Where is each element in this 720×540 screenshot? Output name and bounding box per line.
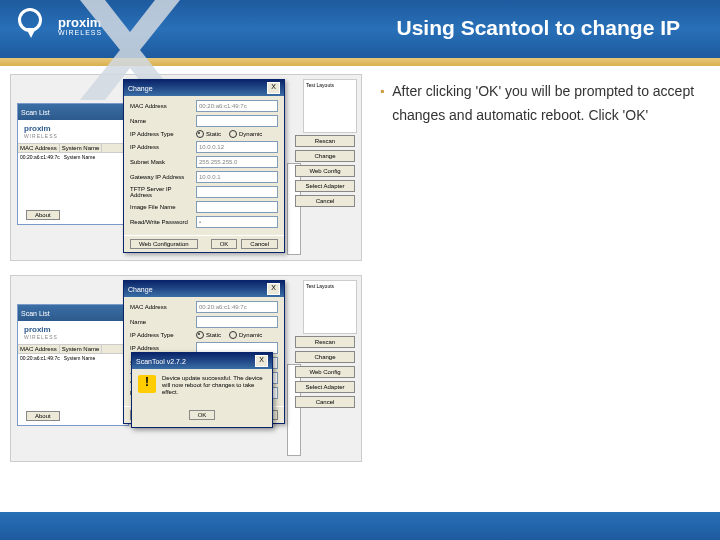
screenshot-bottom: Test Layouts Scan List proxim WIRELESS M… [10,275,362,462]
label-name: Name [130,319,192,325]
test-layouts-panel: Test Layouts [303,280,357,334]
ip-type-radios: Static Dynamic [196,130,262,138]
change-button[interactable]: Change [295,351,355,363]
close-icon[interactable]: X [267,82,280,94]
radio-dynamic[interactable]: Dynamic [229,331,262,339]
radio-dynamic[interactable]: Dynamic [229,130,262,138]
label-iptype: IP Address Type [130,332,192,338]
scan-table: MAC Address System Name 00:20:a6:c1:49:7… [18,344,128,362]
change-dialog: Change X MAC Address00:20:a6:c1:49:7c Na… [123,79,285,253]
slide-title: Using Scantool to change IP [396,16,680,40]
test-layouts-panel: Test Layouts [303,79,357,133]
col-name: System Name [60,144,103,152]
about-button[interactable]: About [26,210,60,220]
scan-logo-brand: proxim [24,124,122,133]
image-field[interactable] [196,201,278,213]
name-field[interactable] [196,115,278,127]
change-dialog-buttons: Web Configuration OK Cancel [124,235,284,252]
bullet-item: After clicking 'OK' you will be prompted… [380,80,700,128]
warning-icon [138,375,156,393]
label-pw: Read/Write Password [130,219,192,225]
logo-mark-icon [10,8,52,44]
cancel-button[interactable]: Cancel [295,195,355,207]
scan-table-header: MAC Address System Name [18,144,128,153]
radio-dot-icon [229,130,237,138]
web-config-button[interactable]: Web Config [295,165,355,177]
slide-content: Test Layouts Scan List proxim WIRELESS M… [0,66,720,510]
col-name: System Name [60,345,103,353]
scan-list-titlebar: Scan List [18,305,128,321]
change-dialog-title: Change [128,85,153,92]
change-dialog-body: MAC Address00:20:a6:c1:49:7c Name IP Add… [124,96,284,235]
side-buttons: Rescan Change Web Config Select Adapter … [295,135,355,207]
label-tftp: TFTP Server IP Address [130,186,192,198]
close-icon[interactable]: X [267,283,280,295]
mac-field[interactable]: 00:20:a6:c1:49:7c [196,301,278,313]
message-box-title: ScanTool v2.7.2 [136,358,186,365]
side-buttons: Rescan Change Web Config Select Adapter … [295,336,355,408]
screenshot-top: Test Layouts Scan List proxim WIRELESS M… [10,74,362,261]
web-config-button[interactable]: Web Config [295,366,355,378]
scan-list-title: Scan List [21,109,50,116]
label-name: Name [130,118,192,124]
mac-field[interactable]: 00:20:a6:c1:49:7c [196,100,278,112]
radio-dot-icon [196,331,204,339]
reboot-message-box: ScanTool v2.7.2 X Device update successf… [131,352,273,428]
name-field[interactable] [196,316,278,328]
label-gateway: Gateway IP Address [130,174,192,180]
cell-name: System Name [64,355,95,361]
close-icon[interactable]: X [255,355,268,367]
tftp-field[interactable] [196,186,278,198]
label-iptype: IP Address Type [130,131,192,137]
ip-type-radios: Static Dynamic [196,331,262,339]
radio-static[interactable]: Static [196,130,221,138]
scan-logo-sub: WIRELESS [24,334,122,340]
label-subnet: Subnet Mask [130,159,192,165]
subnet-field[interactable]: 255.255.255.0 [196,156,278,168]
about-button[interactable]: About [26,411,60,421]
web-config-button[interactable]: Web Configuration [130,239,198,249]
cell-mac: 00:20:a6:c1:49:7c [20,154,60,160]
table-row[interactable]: 00:20:a6:c1:49:7c System Name [18,153,128,161]
change-dialog-titlebar: Change X [124,80,284,96]
cell-name: System Name [64,154,95,160]
bullet-text: After clicking 'OK' you will be prompted… [392,80,700,128]
ok-button[interactable]: OK [189,410,216,420]
radio-static[interactable]: Static [196,331,221,339]
label-image: Image File Name [130,204,192,210]
text-column: After clicking 'OK' you will be prompted… [380,80,700,128]
password-field[interactable]: • [196,216,278,228]
gateway-field[interactable]: 10.0.0.1 [196,171,278,183]
label-ip: IP Address [130,345,192,351]
ok-button[interactable]: OK [211,239,238,249]
cancel-button[interactable]: Cancel [295,396,355,408]
radio-dot-icon [229,331,237,339]
message-box-text: Device update successful. The device wil… [162,375,266,397]
scan-table: MAC Address System Name 00:20:a6:c1:49:7… [18,143,128,161]
scan-logo-brand: proxim [24,325,122,334]
ip-field[interactable]: 10.0.0.12 [196,141,278,153]
message-box-titlebar: ScanTool v2.7.2 X [132,353,272,369]
rescan-button[interactable]: Rescan [295,135,355,147]
select-adapter-button[interactable]: Select Adapter [295,381,355,393]
change-dialog-title: Change [128,286,153,293]
message-box-body: Device update successful. The device wil… [132,369,272,403]
radio-dot-icon [196,130,204,138]
cancel-button[interactable]: Cancel [241,239,278,249]
rescan-button[interactable]: Rescan [295,336,355,348]
message-box-buttons: OK [132,403,272,427]
slide-footer [0,512,720,540]
slide-header: proxim WIRELESS Using Scantool to change… [0,0,720,58]
change-button[interactable]: Change [295,150,355,162]
col-mac: MAC Address [18,345,60,353]
label-mac: MAC Address [130,103,192,109]
scan-list-window: Scan List proxim WIRELESS MAC Address Sy… [17,304,129,426]
cell-mac: 00:20:a6:c1:49:7c [20,355,60,361]
screenshots-column: Test Layouts Scan List proxim WIRELESS M… [10,74,350,476]
select-adapter-button[interactable]: Select Adapter [295,180,355,192]
table-row[interactable]: 00:20:a6:c1:49:7c System Name [18,354,128,362]
scan-logo: proxim WIRELESS [18,120,128,143]
label-ip: IP Address [130,144,192,150]
scan-logo-sub: WIRELESS [24,133,122,139]
change-dialog-titlebar: Change X [124,281,284,297]
